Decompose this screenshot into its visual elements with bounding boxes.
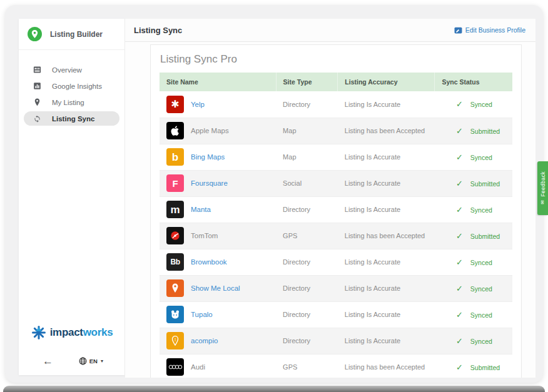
sync-icon xyxy=(33,114,42,123)
site-name: Audi xyxy=(191,363,205,371)
status-label: Synced xyxy=(470,154,492,161)
main-header: Listing Sync Edit Business Profile xyxy=(125,19,535,42)
site-link[interactable]: Tupalo xyxy=(191,311,213,318)
sync-status-cell: ✓Synced xyxy=(435,144,512,170)
sidebar-item-label: Google Insights xyxy=(52,83,102,90)
sidebar-item-label: My Listing xyxy=(52,99,84,106)
site-link[interactable]: Show Me Local xyxy=(191,284,240,292)
listing-accuracy-cell: Listing Is Accurate xyxy=(338,170,435,196)
site-link[interactable]: Bing Maps xyxy=(191,153,225,161)
listing-accuracy-cell: Listing has been Accepted xyxy=(338,354,435,378)
check-icon: ✓ xyxy=(456,99,463,109)
sidebar-item-label: Overview xyxy=(52,66,82,74)
sidebar-header: Listing Builder xyxy=(19,19,124,50)
site-type-cell: Directory xyxy=(276,196,338,223)
pin-icon xyxy=(33,98,42,107)
site-type-cell: Map xyxy=(276,144,338,170)
status-label: Synced xyxy=(470,311,492,319)
site-link[interactable]: Brownbook xyxy=(191,258,227,266)
overview-icon xyxy=(33,65,42,74)
site-link[interactable]: Yelp xyxy=(191,101,205,108)
sidebar-item-my-listing[interactable]: My Listing xyxy=(24,95,119,109)
table-row: ✱YelpDirectoryListing Is Accurate✓Synced xyxy=(160,91,512,118)
sidebar-item-overview[interactable]: Overview xyxy=(24,63,119,77)
site-name: TomTom xyxy=(191,232,218,239)
column-header: Site Type xyxy=(276,73,338,91)
check-icon: ✓ xyxy=(456,336,463,346)
site-type-cell: Directory xyxy=(276,275,338,301)
table-row: mMantaDirectoryListing Is Accurate✓Synce… xyxy=(160,196,512,223)
listing-accuracy-cell: Listing Is Accurate xyxy=(338,328,435,354)
logo-text-impact: impact xyxy=(50,326,83,339)
sidebar-item-listing-sync[interactable]: Listing Sync xyxy=(24,111,119,126)
table-row: TomTomGPSListing has been Accepted✓Submi… xyxy=(160,223,512,249)
status-label: Submitted xyxy=(470,128,500,135)
site-type-cell: Directory xyxy=(276,249,338,275)
sync-status-cell: ✓Synced xyxy=(435,249,512,275)
sync-status-cell: ✓Synced xyxy=(435,196,512,223)
sidebar: Listing Builder OverviewGoogle InsightsM… xyxy=(19,19,125,375)
site-name: Apple Maps xyxy=(191,127,229,134)
globe-icon xyxy=(79,357,87,365)
status-label: Synced xyxy=(470,285,492,293)
site-type-cell: Map xyxy=(276,118,338,144)
table-row: BbBrownbookDirectoryListing Is Accurate✓… xyxy=(160,249,512,275)
insights-icon xyxy=(33,81,42,91)
column-header: Listing Accuracy xyxy=(338,73,435,91)
acompio-icon xyxy=(166,332,184,349)
back-arrow-icon[interactable]: ← xyxy=(43,356,53,366)
edit-business-profile-link[interactable]: Edit Business Profile xyxy=(454,26,525,34)
main-content: Listing Sync Pro Site NameSite TypeListi… xyxy=(125,42,535,378)
manta-icon: m xyxy=(166,201,184,218)
site-link[interactable]: Manta xyxy=(191,206,211,213)
check-icon: ✓ xyxy=(456,179,463,188)
site-type-cell: Directory xyxy=(276,91,338,118)
feedback-tab[interactable]: Feedback ✉ xyxy=(537,161,548,215)
language-code: EN xyxy=(89,358,98,364)
sync-status-cell: ✓Submitted xyxy=(435,223,512,249)
tomtom-icon xyxy=(166,227,184,244)
check-icon: ✓ xyxy=(456,205,463,214)
status-label: Submitted xyxy=(470,233,500,240)
sidebar-footer: impactworks ← EN ▾ xyxy=(19,324,124,375)
listing-accuracy-cell: Listing Is Accurate xyxy=(338,196,435,223)
background-window-edge xyxy=(3,386,545,392)
chevron-down-icon: ▾ xyxy=(101,358,103,364)
check-icon: ✓ xyxy=(456,126,463,136)
foursquare-icon: F xyxy=(166,174,184,192)
apple-icon xyxy=(166,122,184,139)
sidebar-item-google-insights[interactable]: Google Insights xyxy=(24,79,119,93)
check-icon: ✓ xyxy=(456,363,463,372)
check-icon: ✓ xyxy=(456,258,463,267)
app-window: Listing Builder OverviewGoogle InsightsM… xyxy=(5,5,543,383)
table-header-row: Site NameSite TypeListing AccuracySync S… xyxy=(160,73,512,91)
column-header: Site Name xyxy=(160,73,276,91)
site-link[interactable]: acompio xyxy=(191,337,218,344)
check-icon: ✓ xyxy=(456,153,463,162)
table-body: ✱YelpDirectoryListing Is Accurate✓Synced… xyxy=(160,91,512,378)
table-row: Apple MapsMapListing has been Accepted✓S… xyxy=(160,118,512,144)
listing-accuracy-cell: Listing Is Accurate xyxy=(338,301,435,328)
status-label: Synced xyxy=(470,259,492,266)
listing-accuracy-cell: Listing Is Accurate xyxy=(338,91,435,118)
app-title: Listing Builder xyxy=(50,30,103,39)
column-header: Sync Status xyxy=(435,73,512,91)
listing-accuracy-cell: Listing has been Accepted xyxy=(338,118,435,144)
showmelocal-icon xyxy=(166,279,184,297)
yelp-icon: ✱ xyxy=(166,96,184,113)
status-label: Submitted xyxy=(470,180,500,188)
logo-text-works: works xyxy=(83,326,113,339)
status-label: Submitted xyxy=(470,364,500,371)
listing-accuracy-cell: Listing has been Accepted xyxy=(338,223,435,249)
sidebar-item-label: Listing Sync xyxy=(52,115,94,123)
sync-status-cell: ✓Synced xyxy=(435,275,512,301)
impactworks-logo: impactworks xyxy=(19,324,124,341)
check-icon: ✓ xyxy=(456,231,463,241)
site-link[interactable]: Foursquare xyxy=(191,179,228,187)
language-selector[interactable]: EN ▾ xyxy=(79,357,103,365)
sync-status-cell: ✓Synced xyxy=(435,328,512,354)
page-title: Listing Sync xyxy=(134,26,182,35)
sync-status-cell: ✓Submitted xyxy=(435,170,512,196)
section-title: Listing Sync Pro xyxy=(151,45,521,73)
table-row: bBing MapsMapListing Is Accurate✓Synced xyxy=(160,144,512,170)
